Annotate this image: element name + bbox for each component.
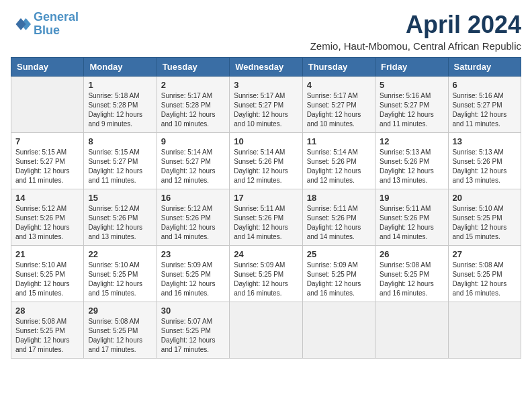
day-number: 22 (88, 249, 152, 259)
day-number: 12 (380, 136, 443, 146)
calendar-cell (302, 302, 375, 359)
weekday-header-sunday: Sunday (11, 58, 84, 77)
day-number: 21 (15, 249, 79, 259)
day-number: 18 (307, 193, 371, 203)
day-info: Sunrise: 5:16 AMSunset: 5:27 PMDaylight:… (380, 91, 443, 129)
calendar-cell: 5Sunrise: 5:16 AMSunset: 5:27 PMDaylight… (375, 77, 448, 133)
calendar-cell (11, 77, 84, 133)
day-info: Sunrise: 5:14 AMSunset: 5:27 PMDaylight:… (161, 148, 225, 185)
calendar-cell: 15Sunrise: 5:12 AMSunset: 5:26 PMDayligh… (84, 189, 157, 246)
day-info: Sunrise: 5:09 AMSunset: 5:25 PMDaylight:… (234, 261, 298, 298)
day-number: 28 (15, 306, 79, 316)
month-title: April 2024 (310, 11, 521, 39)
calendar-cell: 9Sunrise: 5:14 AMSunset: 5:27 PMDaylight… (157, 133, 229, 189)
calendar-cell: 26Sunrise: 5:08 AMSunset: 5:25 PMDayligh… (375, 246, 448, 302)
calendar-cell: 11Sunrise: 5:14 AMSunset: 5:26 PMDayligh… (302, 133, 375, 189)
day-number: 16 (161, 193, 225, 203)
logo-text: General Blue (34, 11, 79, 38)
day-number: 9 (161, 136, 225, 146)
calendar-cell: 24Sunrise: 5:09 AMSunset: 5:25 PMDayligh… (230, 246, 302, 302)
day-info: Sunrise: 5:11 AMSunset: 5:26 PMDaylight:… (307, 204, 371, 242)
day-number: 30 (161, 306, 225, 316)
weekday-header-tuesday: Tuesday (157, 58, 229, 77)
day-number: 14 (15, 193, 79, 203)
day-info: Sunrise: 5:08 AMSunset: 5:25 PMDaylight:… (15, 317, 79, 355)
logo-icon (11, 14, 31, 34)
day-number: 4 (307, 80, 371, 90)
calendar-cell: 18Sunrise: 5:11 AMSunset: 5:26 PMDayligh… (302, 189, 375, 246)
calendar-cell: 30Sunrise: 5:07 AMSunset: 5:25 PMDayligh… (157, 302, 229, 359)
day-info: Sunrise: 5:13 AMSunset: 5:26 PMDaylight:… (380, 148, 443, 185)
calendar-cell: 25Sunrise: 5:09 AMSunset: 5:25 PMDayligh… (302, 246, 375, 302)
logo-line1: General (34, 10, 79, 24)
calendar-cell (230, 302, 302, 359)
day-number: 7 (15, 136, 79, 146)
day-info: Sunrise: 5:10 AMSunset: 5:25 PMDaylight:… (15, 261, 79, 298)
day-info: Sunrise: 5:10 AMSunset: 5:25 PMDaylight:… (88, 261, 152, 298)
day-number: 24 (234, 249, 298, 259)
day-info: Sunrise: 5:12 AMSunset: 5:26 PMDaylight:… (88, 204, 152, 242)
week-row-3: 14Sunrise: 5:12 AMSunset: 5:26 PMDayligh… (11, 189, 521, 246)
calendar-cell: 14Sunrise: 5:12 AMSunset: 5:26 PMDayligh… (11, 189, 84, 246)
day-info: Sunrise: 5:09 AMSunset: 5:25 PMDaylight:… (161, 261, 225, 298)
location-title: Zemio, Haut-Mbomou, Central African Repu… (310, 40, 521, 52)
calendar-cell: 22Sunrise: 5:10 AMSunset: 5:25 PMDayligh… (84, 246, 157, 302)
day-info: Sunrise: 5:13 AMSunset: 5:26 PMDaylight:… (453, 148, 517, 185)
day-info: Sunrise: 5:09 AMSunset: 5:25 PMDaylight:… (307, 261, 371, 298)
day-info: Sunrise: 5:11 AMSunset: 5:26 PMDaylight:… (234, 204, 298, 242)
calendar-cell: 28Sunrise: 5:08 AMSunset: 5:25 PMDayligh… (11, 302, 84, 359)
day-info: Sunrise: 5:17 AMSunset: 5:27 PMDaylight:… (307, 91, 371, 129)
day-info: Sunrise: 5:17 AMSunset: 5:27 PMDaylight:… (234, 91, 298, 129)
weekday-header-friday: Friday (375, 58, 448, 77)
calendar-cell: 16Sunrise: 5:12 AMSunset: 5:26 PMDayligh… (157, 189, 229, 246)
day-number: 25 (307, 249, 371, 259)
day-number: 11 (307, 136, 371, 146)
calendar-cell: 29Sunrise: 5:08 AMSunset: 5:25 PMDayligh… (84, 302, 157, 359)
calendar-cell: 7Sunrise: 5:15 AMSunset: 5:27 PMDaylight… (11, 133, 84, 189)
calendar-cell: 8Sunrise: 5:15 AMSunset: 5:27 PMDaylight… (84, 133, 157, 189)
day-info: Sunrise: 5:17 AMSunset: 5:28 PMDaylight:… (161, 91, 225, 129)
week-row-1: 1Sunrise: 5:18 AMSunset: 5:28 PMDaylight… (11, 77, 521, 133)
day-info: Sunrise: 5:08 AMSunset: 5:25 PMDaylight:… (88, 317, 152, 355)
day-info: Sunrise: 5:18 AMSunset: 5:28 PMDaylight:… (88, 91, 152, 129)
day-info: Sunrise: 5:07 AMSunset: 5:25 PMDaylight:… (161, 317, 225, 355)
logo: General Blue (11, 11, 79, 38)
day-number: 8 (88, 136, 152, 146)
day-info: Sunrise: 5:14 AMSunset: 5:26 PMDaylight:… (234, 148, 298, 185)
day-info: Sunrise: 5:14 AMSunset: 5:26 PMDaylight:… (307, 148, 371, 185)
day-info: Sunrise: 5:12 AMSunset: 5:26 PMDaylight:… (15, 204, 79, 242)
day-info: Sunrise: 5:10 AMSunset: 5:25 PMDaylight:… (453, 204, 517, 242)
day-number: 10 (234, 136, 298, 146)
page-header: General Blue April 2024 Zemio, Haut-Mbom… (11, 11, 521, 52)
day-number: 20 (453, 193, 517, 203)
day-info: Sunrise: 5:15 AMSunset: 5:27 PMDaylight:… (15, 148, 79, 185)
title-block: April 2024 Zemio, Haut-Mbomou, Central A… (310, 11, 521, 52)
calendar-cell: 13Sunrise: 5:13 AMSunset: 5:26 PMDayligh… (448, 133, 521, 189)
day-number: 19 (380, 193, 443, 203)
weekday-header-saturday: Saturday (448, 58, 521, 77)
calendar-cell (375, 302, 448, 359)
calendar-cell: 23Sunrise: 5:09 AMSunset: 5:25 PMDayligh… (157, 246, 229, 302)
weekday-header-row: SundayMondayTuesdayWednesdayThursdayFrid… (11, 58, 521, 77)
calendar-table: SundayMondayTuesdayWednesdayThursdayFrid… (11, 57, 521, 359)
day-number: 1 (88, 80, 152, 90)
week-row-5: 28Sunrise: 5:08 AMSunset: 5:25 PMDayligh… (11, 302, 521, 359)
day-info: Sunrise: 5:08 AMSunset: 5:25 PMDaylight:… (453, 261, 517, 298)
calendar-cell: 21Sunrise: 5:10 AMSunset: 5:25 PMDayligh… (11, 246, 84, 302)
weekday-header-wednesday: Wednesday (230, 58, 302, 77)
day-info: Sunrise: 5:11 AMSunset: 5:26 PMDaylight:… (380, 204, 443, 242)
logo-line2: Blue (34, 24, 60, 37)
day-info: Sunrise: 5:15 AMSunset: 5:27 PMDaylight:… (88, 148, 152, 185)
day-number: 27 (453, 249, 517, 259)
calendar-cell: 4Sunrise: 5:17 AMSunset: 5:27 PMDaylight… (302, 77, 375, 133)
calendar-cell: 19Sunrise: 5:11 AMSunset: 5:26 PMDayligh… (375, 189, 448, 246)
calendar-cell: 17Sunrise: 5:11 AMSunset: 5:26 PMDayligh… (230, 189, 302, 246)
calendar-cell (448, 302, 521, 359)
calendar-cell: 6Sunrise: 5:16 AMSunset: 5:27 PMDaylight… (448, 77, 521, 133)
calendar-cell: 20Sunrise: 5:10 AMSunset: 5:25 PMDayligh… (448, 189, 521, 246)
weekday-header-thursday: Thursday (302, 58, 375, 77)
day-info: Sunrise: 5:12 AMSunset: 5:26 PMDaylight:… (161, 204, 225, 242)
day-number: 3 (234, 80, 298, 90)
week-row-2: 7Sunrise: 5:15 AMSunset: 5:27 PMDaylight… (11, 133, 521, 189)
day-number: 15 (88, 193, 152, 203)
